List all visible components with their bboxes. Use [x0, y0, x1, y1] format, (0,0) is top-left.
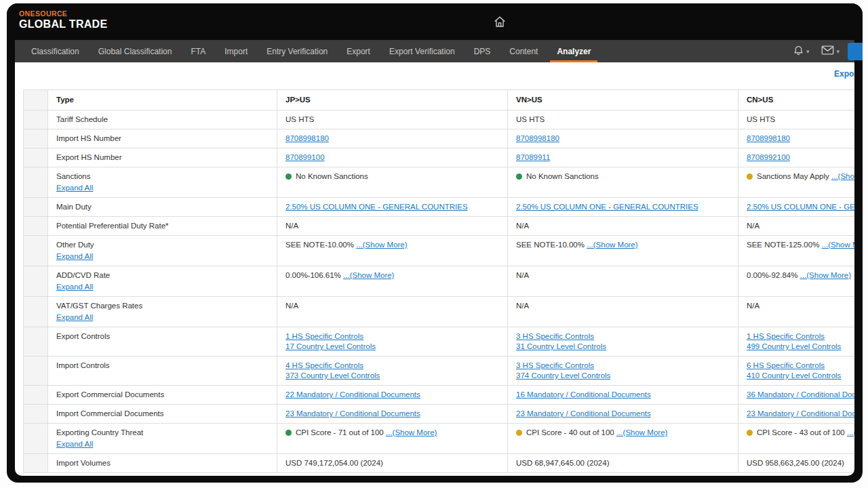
cell-link[interactable]: 2.50% US COLUMN ONE - GENERAL COUNTRIES — [516, 203, 698, 211]
cell-link[interactable]: 3 HS Specific Controls — [516, 332, 594, 340]
value-cell: 8708998180 — [277, 129, 508, 148]
tab-fta[interactable]: FTA — [181, 40, 215, 62]
cell-link[interactable]: 6 HS Specific Controls — [747, 361, 825, 369]
row-label-cell: ADD/CVD RateExpand All — [48, 266, 277, 297]
cell-link[interactable]: 1 HS Specific Controls — [747, 332, 825, 340]
cell-link[interactable]: 31 Country Level Controls — [516, 342, 606, 350]
expand-all-link[interactable]: Expand All — [56, 283, 93, 291]
tab-global-classification[interactable]: Global Classification — [89, 40, 182, 62]
cell-line: N/A — [285, 221, 499, 231]
cell-link[interactable]: 2.50% US COLUMN ONE - GENERAL COUNTRIES — [747, 203, 854, 211]
cell-line: 0.00%-106.61% ...(Show More) — [285, 270, 499, 281]
cell-link[interactable]: 2.50% US COLUMN ONE - GENERAL COUNTRIES — [285, 203, 468, 211]
cell-text: N/A — [285, 302, 298, 310]
tab-import[interactable]: Import — [215, 40, 257, 62]
show-more-link[interactable]: ...(Show More) — [800, 271, 851, 279]
row-selector-cell — [24, 110, 48, 129]
cell-link[interactable]: 87089911 — [516, 153, 550, 161]
cell-link[interactable]: 23 Mandatory / Conditional Documents — [285, 409, 420, 418]
tab-export-verification[interactable]: Export Verification — [380, 40, 465, 62]
cell-line: No Known Sanctions — [516, 171, 730, 182]
cell-line: 410 Country Level Controls — [747, 371, 854, 381]
tab-content[interactable]: Content — [500, 40, 547, 62]
show-more-link[interactable]: ...(Show More) — [831, 172, 854, 180]
app-window: ONESOURCE GLOBAL TRADE ClassificationGlo… — [7, 3, 863, 483]
cell-link[interactable]: 374 Country Level Controls — [516, 371, 610, 380]
cell-link[interactable]: 373 Country Level Controls — [285, 371, 380, 380]
value-cell: 8708998180 — [738, 129, 855, 148]
cell-link[interactable]: 499 Country Level Controls — [747, 342, 841, 350]
tab-classification[interactable]: Classification — [22, 40, 89, 62]
cell-link[interactable]: 8708998180 — [516, 134, 559, 142]
row-label-cell: Export Controls — [48, 327, 277, 357]
cell-link[interactable]: 3 HS Specific Controls — [516, 361, 594, 369]
value-cell: USD 68,947,645.00 (2024) — [508, 454, 738, 473]
value-cell: US HTS — [738, 110, 855, 129]
cell-link[interactable]: 17 Country Level Controls — [285, 342, 376, 350]
show-more-link[interactable]: ...(Show More) — [343, 271, 394, 279]
table-row: Import VolumesUSD 749,172,054.00 (2024)U… — [24, 454, 855, 473]
value-cell: 0.00%-106.61% ...(Show More) — [277, 266, 508, 297]
cell-text: CPI Score - 43 out of 100 — [757, 428, 845, 436]
cell-text: No Known Sanctions — [526, 172, 599, 180]
cell-link[interactable]: 23 Mandatory / Conditional Documents — [516, 409, 651, 418]
brand-logo: ONESOURCE GLOBAL TRADE — [19, 9, 107, 30]
cell-link[interactable]: 870899100 — [285, 153, 325, 161]
cell-text: US HTS — [285, 115, 314, 123]
row-label: Exporting Country Threat — [56, 428, 143, 436]
row-label: Import Volumes — [56, 459, 111, 467]
notifications-menu[interactable]: ▾ — [789, 44, 814, 58]
cell-link[interactable]: 4 HS Specific Controls — [285, 361, 363, 369]
messages-menu[interactable]: ▾ — [817, 45, 844, 58]
cell-text: SEE NOTE-10.00% — [285, 241, 354, 249]
cell-link[interactable]: 8708998180 — [285, 134, 329, 142]
cell-link[interactable]: 22 Mandatory / Conditional Documents — [285, 390, 420, 399]
row-selector-cell — [24, 266, 48, 297]
table-row: Potential Preferential Duty Rate*N/AN/AN… — [24, 217, 855, 236]
show-more-link[interactable]: ...(Show More) — [847, 428, 854, 436]
home-icon[interactable] — [492, 14, 507, 29]
tab-export[interactable]: Export — [337, 40, 380, 62]
cell-line: 23 Mandatory / Conditional Documents — [285, 409, 499, 419]
value-cell: SEE NOTE-10.00% ...(Show More) — [277, 236, 508, 266]
tab-analyzer[interactable]: Analyzer — [547, 40, 600, 62]
row-label-cell: SanctionsExpand All — [48, 167, 277, 198]
cell-link[interactable]: 410 Country Level Controls — [747, 371, 841, 380]
cell-text: N/A — [516, 271, 529, 279]
cell-line: 1 HS Specific Controls — [285, 331, 499, 342]
cell-link[interactable]: 36 Mandatory / Conditional Documents — [747, 390, 854, 399]
cell-link[interactable]: 8708998180 — [747, 134, 790, 142]
table-row: Main Duty2.50% US COLUMN ONE - GENERAL C… — [24, 198, 855, 217]
show-more-link[interactable]: ...(Show More) — [616, 428, 667, 436]
cell-line: 6 HS Specific Controls — [747, 361, 854, 371]
value-cell: N/A — [277, 297, 508, 327]
value-cell: 23 Mandatory / Conditional Documents — [508, 405, 738, 424]
cell-text: USD 68,947,645.00 (2024) — [516, 459, 609, 467]
expand-all-link[interactable]: Expand All — [56, 184, 93, 192]
show-more-link[interactable]: ...(Show More) — [822, 241, 854, 249]
value-cell: 8708992100 — [738, 148, 855, 167]
account-button[interactable] — [848, 43, 863, 60]
show-more-link[interactable]: ...(Show More) — [587, 241, 637, 249]
show-more-link[interactable]: ...(Show More) — [356, 241, 407, 249]
tab-dps[interactable]: DPS — [465, 40, 500, 62]
cell-link[interactable]: 16 Mandatory / Conditional Documents — [516, 390, 651, 399]
show-more-link[interactable]: ...(Show More) — [386, 428, 437, 436]
cell-line: 8708992100 — [747, 152, 854, 163]
table-row: Export Controls1 HS Specific Controls17 … — [24, 327, 855, 357]
row-label-cell: VAT/GST Charges RatesExpand All — [48, 297, 277, 327]
export-link[interactable]: Export — [834, 69, 854, 79]
cell-link[interactable]: 8708992100 — [747, 153, 790, 161]
yellow-status-dot — [516, 430, 522, 436]
cell-line: 36 Mandatory / Conditional Documents — [747, 390, 854, 400]
expand-all-link[interactable]: Expand All — [56, 313, 93, 321]
cell-line: 1 HS Specific Controls — [747, 331, 854, 342]
expand-all-link[interactable]: Expand All — [56, 252, 93, 260]
cell-link[interactable]: 1 HS Specific Controls — [285, 332, 363, 340]
value-cell: US HTS — [508, 110, 738, 129]
tab-entry-verification[interactable]: Entry Verification — [257, 40, 337, 62]
expand-all-link[interactable]: Expand All — [56, 440, 93, 448]
table-row: Import Commercial Documents23 Mandatory … — [24, 405, 855, 424]
cell-link[interactable]: 23 Mandatory / Conditional Documents — [747, 409, 854, 418]
row-label: Import Controls — [56, 361, 110, 369]
